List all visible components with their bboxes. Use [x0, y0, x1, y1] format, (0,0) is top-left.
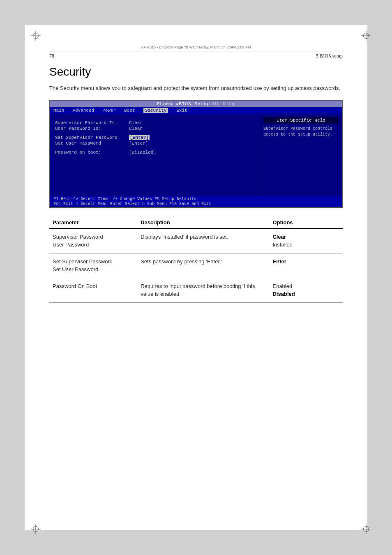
option-disabled: Disabled [272, 291, 295, 297]
bios-label-set-user: Set User Password [55, 141, 129, 146]
bios-label-boot-pw: Password on boot: [55, 150, 129, 155]
section-title: Security [49, 65, 343, 78]
bios-menu-power[interactable]: Power [102, 108, 116, 113]
bios-menu-exit[interactable]: Exit [176, 108, 187, 113]
param-cell-3: Password On Boot [49, 278, 137, 302]
param-cell-1: Supervisor Password User Password [49, 228, 137, 253]
bios-row-user-pw: User Password Is: Clear [55, 126, 255, 131]
chapter-title: 5 BIOS setup [316, 53, 343, 59]
bios-sidebar-text: Supervisor Password controls access to t… [263, 126, 339, 138]
page-header: 78 5 BIOS setup [49, 51, 343, 61]
bios-footer-lines: F1 Help ^v Select Item -/+ Change Values… [53, 197, 211, 206]
bios-value-boot-pw: (Disabled) [129, 150, 156, 155]
desc-cell-3: Requires to input password before bootin… [137, 278, 269, 302]
bios-value-supervisor: Clear [129, 120, 143, 125]
desc-text-1: Displays 'Installed' if password is set. [141, 234, 228, 240]
options-cell-1: Clear Installed [269, 228, 343, 253]
option-installed: Installed [272, 242, 292, 248]
section-intro: The Security menu allows you to safeguar… [49, 84, 343, 92]
bios-screen: PhoenixBIOS Setup Utility Main Advanced … [49, 100, 343, 208]
option-enter: Enter [272, 258, 286, 265]
param-set-supervisor: Set Supervisor Password [53, 258, 113, 265]
table-header: Parameter Description Options [49, 217, 343, 228]
table-header-row: Parameter Description Options [49, 217, 343, 228]
bios-row-set-user[interactable]: Set User Password [Enter] [55, 141, 255, 146]
bios-footer-line1: F1 Help ^v Select Item -/+ Change Values… [53, 197, 211, 201]
col-header-parameter: Parameter [49, 217, 137, 228]
bios-value-user: Clear [129, 126, 143, 131]
page-container: AA R310 - EN.book Page 78 Wednesday, Mar… [25, 25, 367, 530]
options-cell-3: Enabled Disabled [269, 278, 343, 302]
bios-menu-advanced[interactable]: Advanced [72, 108, 94, 113]
bios-sidebar: Item Specific Help Supervisor Password c… [260, 114, 342, 196]
bios-label-user: User Password Is: [55, 126, 129, 131]
bios-footer-line2: Esc Exit < Select Menu Enter Select > Su… [53, 202, 211, 206]
bios-menu-main[interactable]: Main [53, 108, 64, 113]
col-header-options: Options [269, 217, 343, 228]
col-header-description: Description [137, 217, 269, 228]
bios-value-set-user: [Enter] [129, 141, 148, 146]
table-row: Set Supervisor Password Set User Passwor… [49, 253, 343, 278]
bios-row-supervisor-pw: Supervisor Password Is: Clear [55, 120, 255, 125]
bios-menu-security[interactable]: Security [143, 108, 168, 113]
option-clear: Clear [272, 234, 286, 240]
param-table: Parameter Description Options Supervisor… [49, 217, 343, 303]
table-body: Supervisor Password User Password Displa… [49, 228, 343, 303]
desc-cell-1: Displays 'Installed' if password is set. [137, 228, 269, 253]
desc-text-3: Requires to input password before bootin… [141, 283, 255, 297]
param-cell-2: Set Supervisor Password Set User Passwor… [49, 253, 137, 278]
option-enabled: Enabled [272, 283, 292, 289]
param-set-user: Set User Password [53, 266, 98, 272]
bios-menu-bar: Main Advanced Power Boot Security Exit [50, 107, 342, 114]
bios-label-supervisor: Supervisor Password Is: [55, 120, 129, 125]
bios-label-set-supervisor: Set Supervisor Password [55, 135, 129, 140]
bios-row-set-supervisor[interactable]: Set Supervisor Password [Enter] [55, 135, 255, 140]
bios-menu-boot[interactable]: Boot [124, 108, 135, 113]
bios-value-set-supervisor: [Enter] [129, 135, 150, 140]
param-supervisor-password: Supervisor Password [53, 234, 103, 240]
bios-sidebar-title: Item Specific Help [263, 117, 339, 124]
table-row: Supervisor Password User Password Displa… [49, 228, 343, 253]
bios-row-boot-pw[interactable]: Password on boot: (Disabled) [55, 150, 255, 155]
bios-main-panel: Supervisor Password Is: Clear User Passw… [50, 114, 260, 196]
desc-cell-2: Sets password by pressing 'Enter.' [137, 253, 269, 278]
table-row: Password On Boot Requires to input passw… [49, 278, 343, 302]
desc-text-2: Sets password by pressing 'Enter.' [141, 258, 222, 265]
print-header: AA R310 - EN.book Page 78 Wednesday, Mar… [49, 45, 343, 49]
options-cell-2: Enter [269, 253, 343, 278]
page-number: 78 [49, 53, 54, 59]
param-user-password: User Password [53, 242, 89, 248]
bios-body: Supervisor Password Is: Clear User Passw… [50, 114, 342, 196]
bios-title-bar: PhoenixBIOS Setup Utility [50, 101, 342, 107]
param-password-on-boot: Password On Boot [53, 283, 97, 289]
bios-footer: F1 Help ^v Select Item -/+ Change Values… [50, 196, 342, 207]
